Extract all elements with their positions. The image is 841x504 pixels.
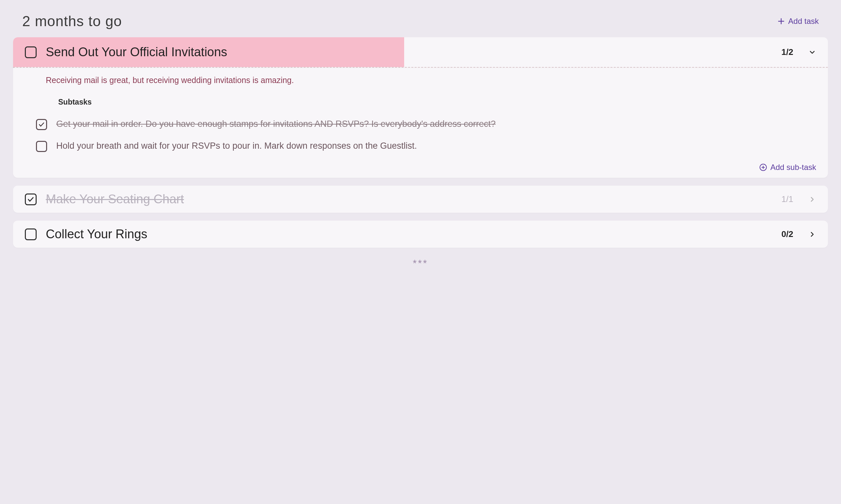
task-title: Make Your Seating Chart <box>46 192 772 206</box>
plus-circle-icon <box>759 163 767 171</box>
add-subtask-button[interactable]: Add sub-task <box>759 163 816 172</box>
task-card: Send Out Your Official Invitations 1/2 R… <box>13 37 828 178</box>
task-header[interactable]: Collect Your Rings 0/2 <box>13 221 828 248</box>
task-checkbox[interactable] <box>25 229 37 240</box>
add-subtask-label: Add sub-task <box>770 163 816 172</box>
subtask-text: Get your mail in order. Do you have enou… <box>56 118 816 130</box>
task-header[interactable]: Send Out Your Official Invitations 1/2 <box>13 37 828 67</box>
task-count: 0/2 <box>782 229 793 239</box>
task-card: Make Your Seating Chart 1/1 <box>13 186 828 213</box>
task-card: Collect Your Rings 0/2 <box>13 221 828 248</box>
subtask-row: Get your mail in order. Do you have enou… <box>36 113 816 135</box>
subtask-checkbox[interactable] <box>36 119 47 130</box>
add-task-button[interactable]: Add task <box>777 17 819 26</box>
chevron-down-icon[interactable] <box>808 48 816 56</box>
task-title: Send Out Your Official Invitations <box>46 45 772 59</box>
plus-icon <box>777 17 785 25</box>
chevron-right-icon[interactable] <box>808 196 816 203</box>
chevron-right-icon[interactable] <box>808 230 816 238</box>
add-subtask-row: Add sub-task <box>46 157 816 172</box>
subtask-text: Hold your breath and wait for your RSVPs… <box>56 140 816 152</box>
section-divider: *** <box>13 256 828 269</box>
task-count: 1/2 <box>782 47 793 57</box>
section-title: 2 months to go <box>22 13 122 30</box>
task-body: Receiving mail is great, but receiving w… <box>13 68 828 178</box>
task-checkbox[interactable] <box>25 47 37 58</box>
task-header[interactable]: Make Your Seating Chart 1/1 <box>13 186 828 213</box>
section-header: 2 months to go Add task <box>13 13 828 37</box>
task-title: Collect Your Rings <box>46 227 772 241</box>
task-checkbox[interactable] <box>25 194 37 205</box>
task-count: 1/1 <box>782 194 793 204</box>
task-description: Receiving mail is great, but receiving w… <box>46 74 816 86</box>
subtask-row: Hold your breath and wait for your RSVPs… <box>36 135 816 157</box>
subtask-checkbox[interactable] <box>36 141 47 152</box>
add-task-label: Add task <box>788 17 819 26</box>
subtasks-heading: Subtasks <box>58 98 816 107</box>
